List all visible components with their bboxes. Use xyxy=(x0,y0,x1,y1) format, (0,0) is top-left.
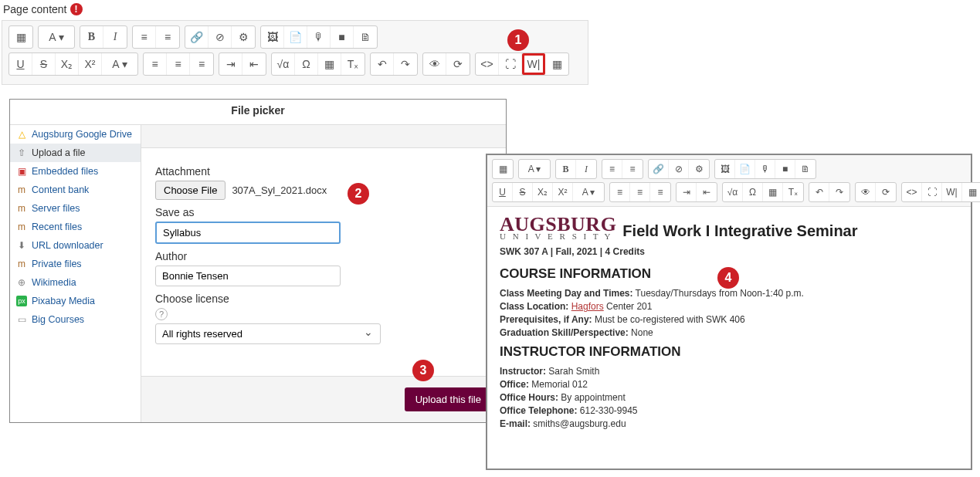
repo-recent-files[interactable]: mRecent files xyxy=(10,218,141,236)
p-sub-button[interactable]: X₂ xyxy=(533,183,553,201)
p-toggle-button[interactable]: ▦ xyxy=(493,160,513,178)
align-left-button[interactable]: ≡ xyxy=(144,53,167,75)
repo-upload-file[interactable]: ⇧Upload a file xyxy=(10,144,141,162)
video-button[interactable]: ■ xyxy=(331,26,354,48)
upload-file-button[interactable]: Upload this file xyxy=(405,387,492,411)
p-redo-button[interactable]: ↷ xyxy=(829,183,849,201)
link-button[interactable]: 🔗 xyxy=(185,26,209,48)
repo-label: Upload a file xyxy=(32,147,86,158)
outdent-button[interactable]: ⇤ xyxy=(242,53,266,75)
logo-top: AUGSBURG xyxy=(500,216,616,233)
indent-button[interactable]: ⇥ xyxy=(219,53,242,75)
image-button[interactable]: 🖼 xyxy=(261,26,284,48)
p-underline-button[interactable]: U xyxy=(493,183,513,201)
redo-button[interactable]: ↷ xyxy=(394,53,417,75)
bullet-list-button[interactable]: ≡ xyxy=(133,26,156,48)
p-html-button[interactable]: <> xyxy=(902,183,922,201)
repo-embedded-files[interactable]: ▣Embedded files xyxy=(10,162,141,181)
p-table-button[interactable]: ▦ xyxy=(763,183,783,201)
repo-server-files[interactable]: mServer files xyxy=(10,199,141,218)
required-icon: ! xyxy=(70,3,83,15)
repo-google-drive[interactable]: △Augsburg Google Drive xyxy=(10,125,141,144)
license-select[interactable]: All rights reserved xyxy=(155,323,381,344)
numbered-list-button[interactable]: ≡ xyxy=(156,26,179,48)
p-file-button[interactable]: 📄 xyxy=(735,160,755,178)
repo-private-files[interactable]: mPrivate files xyxy=(10,255,141,273)
specialchar-button[interactable]: Ω xyxy=(295,53,318,75)
p-link-button[interactable]: 🔗 xyxy=(649,160,669,178)
unlink-button[interactable]: ⊘ xyxy=(209,26,232,48)
p-full-button[interactable]: ⛶ xyxy=(922,183,942,201)
editor-content[interactable]: AUGSBURG U N I V E R S I T Y Field Work … xyxy=(487,207,971,441)
p-image-button[interactable]: 🖼 xyxy=(715,160,735,178)
saveas-input[interactable] xyxy=(155,222,341,244)
p-autolink-button[interactable]: ⚙ xyxy=(689,160,709,178)
p-italic-button[interactable]: I xyxy=(576,160,596,178)
help-icon[interactable]: ? xyxy=(155,308,168,320)
embedded-icon: ▣ xyxy=(16,166,27,177)
table-button[interactable]: ▦ xyxy=(318,53,341,75)
autolink-button[interactable]: ⚙ xyxy=(232,26,255,48)
p-strike-button[interactable]: S xyxy=(513,183,533,201)
hours-line: Office Hours: By appointment xyxy=(500,392,958,403)
p-word-button[interactable]: W| xyxy=(942,183,962,201)
clear-format-button[interactable]: Tₓ xyxy=(341,53,365,75)
p-grid-button[interactable]: ▦ xyxy=(962,183,980,201)
html-button[interactable]: <> xyxy=(476,53,499,75)
p-al-button[interactable]: ≡ xyxy=(610,183,630,201)
p-ul-button[interactable]: ≡ xyxy=(602,160,622,178)
font-menu-button[interactable]: A ▾ xyxy=(39,26,74,48)
strike-button[interactable]: S xyxy=(32,53,56,75)
bold-button[interactable]: B xyxy=(80,26,103,48)
p-eye-button[interactable]: 👁 xyxy=(856,183,876,201)
choose-file-button[interactable]: Choose File xyxy=(155,181,226,200)
copy-button[interactable]: 🗎 xyxy=(354,26,377,48)
toggle-toolbar-button[interactable]: ▦ xyxy=(9,26,32,48)
equation-button[interactable]: √α xyxy=(272,53,295,75)
p-omega-button[interactable]: Ω xyxy=(743,183,763,201)
p-video-button[interactable]: ■ xyxy=(775,160,795,178)
repo-big-courses[interactable]: ▭Big Courses xyxy=(10,310,141,329)
p-ac-button[interactable]: ≡ xyxy=(630,183,650,201)
p-sup-button[interactable]: X² xyxy=(553,183,573,201)
augsburg-logo: AUGSBURG U N I V E R S I T Y xyxy=(500,216,616,240)
p-eq-button[interactable]: √α xyxy=(723,183,743,201)
font2-button[interactable]: A ▾ xyxy=(102,53,137,75)
import-word-button[interactable]: W| xyxy=(522,53,545,75)
p-bold-button[interactable]: B xyxy=(556,160,576,178)
fullscreen-button[interactable]: ⛶ xyxy=(499,53,522,75)
superscript-button[interactable]: X² xyxy=(79,53,102,75)
preview-button[interactable]: 👁 xyxy=(423,53,446,75)
underline-button[interactable]: U xyxy=(9,53,32,75)
p-outdent-button[interactable]: ⇤ xyxy=(697,183,717,201)
p-indent-button[interactable]: ⇥ xyxy=(677,183,697,201)
p-ol-button[interactable]: ≡ xyxy=(622,160,643,178)
p-undo-button[interactable]: ↶ xyxy=(809,183,829,201)
audio-button[interactable]: 🎙 xyxy=(307,26,331,48)
author-input[interactable] xyxy=(155,266,341,286)
p-unlink-button[interactable]: ⊘ xyxy=(669,160,689,178)
p-font-menu-button[interactable]: A ▾ xyxy=(519,160,550,178)
align-center-button[interactable]: ≡ xyxy=(167,53,190,75)
p-a11y-button[interactable]: ⟳ xyxy=(876,183,896,201)
align-right-button[interactable]: ≡ xyxy=(190,53,213,75)
subscript-button[interactable]: X₂ xyxy=(56,53,79,75)
file-button[interactable]: 📄 xyxy=(284,26,307,48)
repo-content-bank[interactable]: mContent bank xyxy=(10,181,141,199)
grid-button[interactable]: ▦ xyxy=(545,53,568,75)
italic-button[interactable]: I xyxy=(103,26,127,48)
preview-toolbar: ▦ A ▾ BI ≡≡ 🔗⊘⚙ 🖼📄🎙■🗎 USX₂X²A ▾ ≡≡≡ ⇥⇤ √… xyxy=(487,155,971,207)
location-link[interactable]: Hagfors xyxy=(571,301,604,312)
undo-button[interactable]: ↶ xyxy=(371,53,394,75)
p-ar-button[interactable]: ≡ xyxy=(650,183,670,201)
p-copy-button[interactable]: 🗎 xyxy=(795,160,816,178)
a11y-button[interactable]: ⟳ xyxy=(446,53,470,75)
repo-label: Big Courses xyxy=(32,314,84,325)
repo-pixabay[interactable]: pxPixabay Media xyxy=(10,292,141,310)
folder-icon: m xyxy=(16,222,27,232)
p-clear-button[interactable]: Tₓ xyxy=(783,183,803,201)
repo-url-downloader[interactable]: ⬇URL downloader xyxy=(10,236,141,255)
p-audio-button[interactable]: 🎙 xyxy=(755,160,775,178)
repo-wikimedia[interactable]: ⊕Wikimedia xyxy=(10,273,141,292)
p-font2-button[interactable]: A ▾ xyxy=(573,183,604,201)
